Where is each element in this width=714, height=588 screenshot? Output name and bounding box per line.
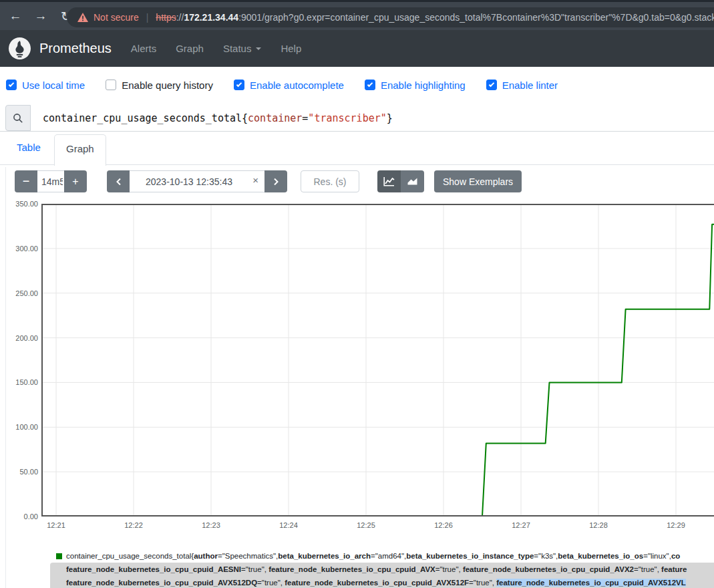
options-row: Use local timeEnable query historyEnable… — [6, 67, 578, 103]
url-divider: | — [146, 12, 149, 23]
url-scheme: https — [156, 12, 176, 23]
x-axis-tick: 12:29 — [659, 521, 693, 529]
nav-item-help[interactable]: Help — [281, 43, 301, 54]
nav-item-alerts[interactable]: Alerts — [131, 43, 156, 54]
nav-item-graph[interactable]: Graph — [176, 43, 204, 54]
time-input-group: × — [107, 170, 287, 192]
x-axis-tick: 12:28 — [582, 521, 615, 529]
legend-selected-text: feature_node_kubernetes_io_cpu_cpuid_AVX… — [496, 579, 686, 587]
series-line — [409, 225, 714, 517]
query-brace-close: } — [387, 112, 393, 124]
check-icon — [488, 82, 494, 87]
warning-icon[interactable] — [77, 13, 88, 22]
x-axis-tick: 12:25 — [349, 521, 383, 529]
resolution-input[interactable] — [301, 170, 359, 192]
legend-text: feature_node_kubernetes_io_cpu_cpuid_AVX… — [285, 579, 469, 587]
legend-text: beta_kubernetes_io_instance_type — [406, 549, 534, 563]
decrease-range-button[interactable]: − — [15, 170, 37, 192]
plot-svg — [41, 204, 714, 517]
legend-line: feature_node_kubernetes_io_cpu_cpuid_AVX… — [50, 576, 714, 588]
tab-table[interactable]: Table — [17, 142, 41, 153]
address-bar[interactable]: Not secure | https://172.21.34.44:9001/g… — [67, 7, 714, 27]
option-enable-highlighting[interactable]: Enable highlighting — [365, 80, 466, 91]
legend-line: feature_node_kubernetes_io_cpu_cpuid_AES… — [50, 563, 714, 576]
url-path: :9001/graph?g0.expr=container_cpu_usage_… — [238, 12, 714, 23]
checkbox-checked-icon[interactable] — [6, 80, 17, 90]
legend-text: ="Speechmatics", — [218, 549, 278, 563]
x-axis-tick: 12:27 — [504, 521, 538, 529]
chevron-left-icon — [116, 178, 122, 186]
datetime-input[interactable] — [130, 170, 264, 192]
brand-prometheus[interactable]: Prometheus — [39, 41, 112, 56]
query-operator: = — [302, 112, 308, 124]
legend-text: ="true", — [257, 579, 285, 587]
x-axis-tick: 12:23 — [194, 521, 228, 529]
screen: ← → ↻ Not secure | https://172.21.34.44:… — [0, 0, 714, 588]
stacked-graph-button[interactable] — [401, 170, 424, 192]
back-icon[interactable]: ← — [8, 9, 23, 24]
url-separator: :// — [176, 12, 184, 23]
browser-chrome: ← → ↻ Not secure | https://172.21.34.44:… — [0, 0, 714, 30]
search-icon — [13, 113, 23, 124]
query-label-name: container — [248, 112, 302, 124]
checkbox-unchecked-icon[interactable] — [106, 80, 116, 90]
increase-range-button[interactable]: + — [64, 170, 87, 192]
query-brace-open: { — [242, 112, 248, 124]
clear-time-icon[interactable]: × — [252, 174, 258, 186]
check-icon — [367, 82, 373, 87]
option-enable-query-history[interactable]: Enable query history — [106, 80, 213, 91]
url-text: https://172.21.34.44:9001/graph?g0.expr=… — [156, 12, 714, 23]
show-exemplars-button[interactable]: Show Exemplars — [434, 170, 522, 192]
next-time-button[interactable] — [264, 170, 287, 192]
legend-text: ="linux", — [643, 549, 671, 563]
navbar-links: AlertsGraphStatusHelp — [131, 43, 321, 54]
prometheus-navbar: Prometheus AlertsGraphStatusHelp — [0, 30, 714, 67]
plot-area[interactable] — [41, 204, 714, 517]
url-host: 172.21.34.44 — [184, 12, 238, 23]
graph-chart[interactable]: 0.0050.00100.00150.00200.00250.00300.003… — [0, 197, 714, 535]
legend-text: feature_node_kubernetes_io_cpu_cpuid_AVX… — [463, 565, 634, 573]
prometheus-logo-icon[interactable] — [9, 37, 31, 59]
line-graph-button[interactable] — [377, 170, 401, 192]
legend-text: ="true", — [435, 565, 463, 573]
legend-text: feature_node_kubernetes_io_cpu_cpuid_AVX… — [66, 579, 257, 587]
forward-icon[interactable]: → — [33, 9, 48, 24]
x-axis-tick: 12:24 — [272, 521, 305, 529]
chevron-right-icon — [273, 178, 279, 186]
legend-text: author — [194, 549, 218, 563]
previous-time-button[interactable] — [107, 170, 130, 192]
option-enable-autocomplete[interactable]: Enable autocomplete — [234, 80, 344, 91]
legend-text: co — [671, 549, 680, 563]
query-metric: container_cpu_usage_seconds_total — [43, 112, 242, 124]
legend-text: ="true", — [634, 565, 661, 573]
graph-legend: container_cpu_usage_seconds_total{author… — [50, 549, 714, 588]
option-label: Use local time — [22, 80, 85, 91]
legend-text: ="true", — [469, 579, 496, 587]
line-graph-icon — [383, 176, 395, 186]
option-enable-linter[interactable]: Enable linter — [486, 80, 558, 91]
checkbox-checked-icon[interactable] — [486, 80, 497, 90]
checkbox-checked-icon[interactable] — [365, 80, 375, 90]
option-use-local-time[interactable]: Use local time — [6, 80, 85, 91]
x-axis-tick: 12:21 — [39, 521, 73, 529]
query-bar: container_cpu_usage_seconds_total{contai… — [0, 105, 714, 132]
legend-text: container_cpu_usage_seconds_total{ — [66, 549, 194, 563]
option-label: Enable highlighting — [381, 80, 466, 91]
range-input-group: − + — [15, 170, 87, 192]
option-label: Enable autocomplete — [250, 80, 344, 91]
query-input[interactable]: container_cpu_usage_seconds_total{contai… — [43, 112, 393, 124]
query-label-value: "transcriber" — [308, 112, 386, 124]
option-label: Enable query history — [122, 80, 213, 91]
graph-type-toggle — [377, 170, 424, 192]
legend-line[interactable]: container_cpu_usage_seconds_total{author… — [50, 549, 714, 563]
check-icon — [236, 82, 242, 87]
nav-item-status[interactable]: Status — [223, 43, 262, 54]
legend-text: feature — [661, 565, 687, 573]
check-icon — [9, 82, 14, 87]
checkbox-checked-icon[interactable] — [234, 80, 244, 90]
legend-text: beta_kubernetes_io_arch — [278, 549, 371, 563]
x-axis-tick: 12:26 — [427, 521, 460, 529]
legend-text: beta_kubernetes_io_os — [558, 549, 643, 563]
range-input[interactable] — [37, 170, 64, 192]
tab-graph[interactable]: Graph — [54, 134, 106, 166]
